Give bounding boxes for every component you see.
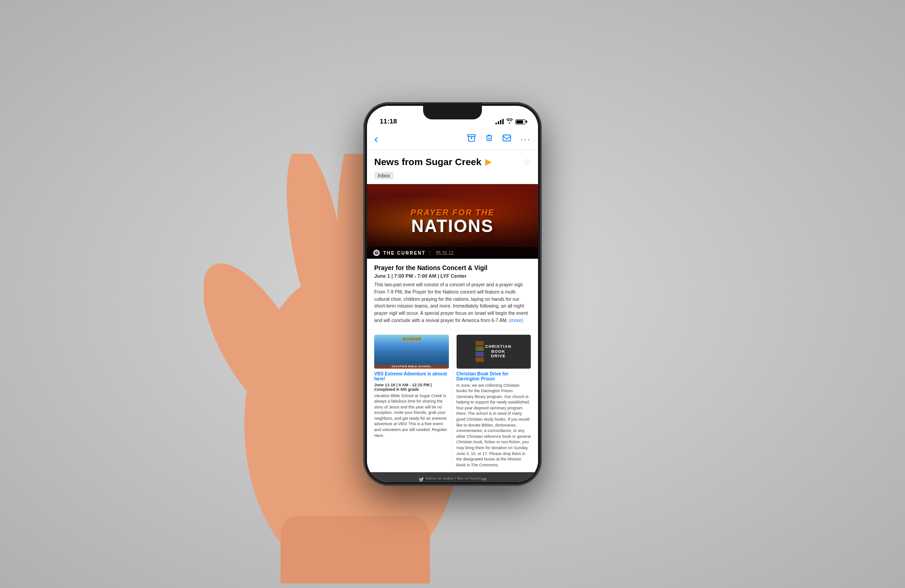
banner-separator: |: [429, 251, 431, 256]
back-button[interactable]: ‹: [374, 132, 378, 146]
svg-rect-6: [281, 516, 430, 583]
article-date: June 1 | 7:00 PM - 7:00 AM | LYF Center: [374, 273, 531, 279]
svg-rect-8: [503, 135, 511, 141]
svg-point-0: [204, 247, 334, 440]
status-icons: [495, 119, 525, 125]
book-stack: [476, 341, 484, 362]
two-column-section: EXTREME ADVENTURE VACATION BIBLE SCHOOL …: [367, 330, 538, 473]
status-time: 11:18: [380, 117, 397, 125]
email-header: News from Sugar Creek ▶ ☆ Inbox: [367, 150, 538, 184]
priority-icon: ▶: [485, 157, 491, 167]
book-drive-title[interactable]: Christian Book Drive for Darrington Pris…: [457, 371, 531, 381]
email-subject: News from Sugar Creek ▶: [374, 156, 523, 167]
read-more-link[interactable]: (more): [509, 318, 523, 323]
compose-button[interactable]: [502, 134, 511, 144]
phone-mockup: 11:18: [249, 23, 656, 565]
the-current-logo: THE CURRENT: [383, 251, 426, 256]
archive-button[interactable]: [467, 133, 476, 145]
inbox-badge: Inbox: [374, 172, 394, 179]
email-body: PRAYER FOR THE NATIONS: [367, 184, 538, 482]
banner-date: 05.31.12: [436, 251, 453, 256]
home-indicator[interactable]: [423, 479, 482, 481]
vbs-image: EXTREME ADVENTURE VACATION BIBLE SCHOOL: [374, 335, 449, 369]
star-button[interactable]: ☆: [523, 156, 531, 167]
signal-icon: [495, 119, 504, 124]
vbs-date: June 11-16 | 9 AM - 12:15 PM | Completed…: [374, 383, 449, 392]
book-title-text: CHRISTIANBOOKDRIVE: [485, 344, 511, 359]
banner-image: PRAYER FOR THE NATIONS: [367, 184, 538, 259]
toolbar-right: ···: [467, 133, 531, 145]
vbs-column: EXTREME ADVENTURE VACATION BIBLE SCHOOL …: [374, 335, 452, 468]
svg-rect-7: [468, 135, 476, 137]
article-body: This two-part event will consist of a co…: [374, 281, 531, 324]
banner-line2: NATIONS: [411, 218, 494, 235]
book-drive-column: CHRISTIANBOOKDRIVE Christian Book Drive …: [452, 335, 531, 468]
vbs-body: Vacation Bible School at Sugar Creek is …: [374, 393, 449, 439]
banner-line1: PRAYER FOR THE: [410, 208, 495, 218]
wifi-icon: [506, 119, 513, 125]
banner-footer: THE CURRENT | 05.31.12: [367, 247, 538, 259]
article-title: Prayer for the Nations Concert & Vigil: [374, 264, 531, 271]
book-drive-body: In June, we are collecting Christian boo…: [457, 383, 531, 468]
more-button[interactable]: ···: [520, 134, 531, 144]
toolbar-left: ‹: [374, 132, 378, 146]
trash-button[interactable]: [485, 133, 493, 145]
phone-notch: [423, 103, 482, 119]
email-subject-row: News from Sugar Creek ▶ ☆: [374, 156, 531, 167]
vbs-title[interactable]: VBS Extreme Adventure is almost here!: [374, 371, 449, 381]
book-drive-image: CHRISTIANBOOKDRIVE: [457, 335, 531, 369]
phone-screen: 11:18: [367, 106, 538, 482]
phone-frame: 11:18: [364, 103, 541, 485]
email-content[interactable]: News from Sugar Creek ▶ ☆ Inbox PRAYER F…: [367, 150, 538, 482]
battery-icon: [515, 119, 525, 124]
main-article: Prayer for the Nations Concert & Vigil J…: [367, 259, 538, 330]
mail-toolbar: ‹: [367, 128, 538, 150]
svg-point-1: [275, 154, 359, 346]
email-subject-text: News from Sugar Creek: [374, 156, 481, 167]
current-logo-wheel: [373, 250, 380, 256]
